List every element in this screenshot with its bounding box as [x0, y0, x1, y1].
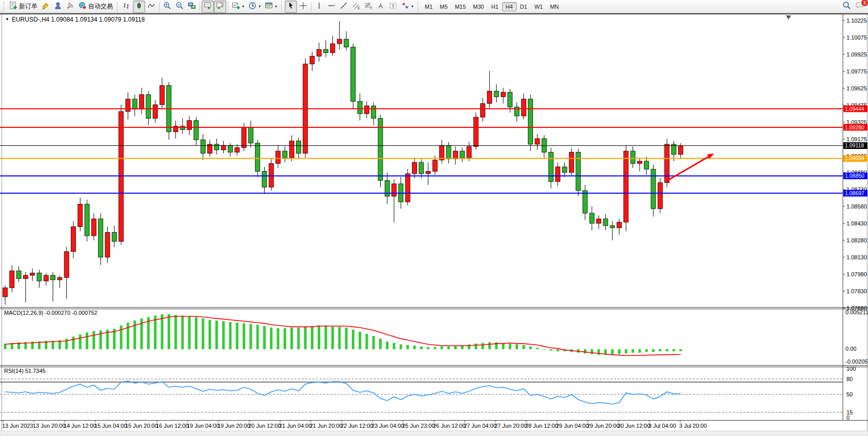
equidistant-channel-button[interactable]: E — [350, 1, 362, 13]
zoom-out-button[interactable] — [173, 1, 186, 13]
svg-text:A: A — [379, 2, 383, 9]
macd-histogram-bar — [168, 314, 170, 349]
time-tick-label: 25 Jun 23:00 — [402, 423, 435, 429]
zoom-in-button[interactable] — [161, 1, 173, 13]
time-tick-label: 21 Jun 04:00 — [279, 423, 312, 429]
search-button[interactable] — [840, 1, 853, 13]
chevron-down-icon: ▾ — [411, 4, 413, 9]
community-button[interactable] — [52, 1, 64, 13]
one-click-trading-arrow-icon[interactable]: ▼ — [5, 17, 9, 22]
macd-histogram-bar — [529, 347, 532, 349]
crosshair-icon — [299, 2, 307, 12]
candle-body — [583, 191, 587, 213]
text-label-button[interactable]: T — [387, 1, 399, 13]
price-tick-label: 1.09625 — [846, 85, 867, 91]
candle-body — [501, 92, 505, 97]
period-m15-button[interactable]: M15 — [451, 2, 469, 11]
toolbar-grip — [418, 2, 419, 12]
text-button[interactable]: A — [374, 1, 387, 13]
candle-body — [392, 184, 397, 196]
time-tick-label: 21 Jun 20:00 — [310, 423, 343, 429]
line-chart-button[interactable] — [145, 1, 157, 13]
bar-chart-button[interactable] — [121, 1, 133, 13]
candle-body — [412, 162, 417, 174]
macd-histogram-bar — [447, 347, 450, 349]
rsi-scale-label: 50 — [846, 391, 853, 397]
macd-histogram-bar — [406, 345, 409, 349]
price-tick-label: 1.08280 — [846, 237, 867, 243]
price-badge-label: 1.09444 — [845, 106, 864, 112]
macd-histogram-bar — [331, 326, 334, 349]
period-h1-button[interactable]: H1 — [487, 2, 502, 11]
time-tick-label: 13 Jun 2023 — [2, 423, 33, 429]
time-tick-label: 15 Jun 04:00 — [94, 423, 127, 429]
macd-histogram-bar — [72, 336, 75, 349]
notifications-button[interactable]: 1 — [853, 1, 866, 13]
macd-histogram-bar — [311, 326, 313, 349]
indicators-button[interactable]: ▾ — [230, 1, 246, 13]
candle-body — [105, 233, 110, 257]
period-d1-button[interactable]: D1 — [517, 2, 531, 11]
period-h4-button[interactable]: H4 — [502, 2, 517, 11]
macd-histogram-bar — [413, 346, 416, 349]
macd-scale-label: 0.00 — [845, 346, 856, 352]
candle-body — [85, 204, 89, 236]
macd-histogram-bar — [638, 349, 641, 353]
chart-shift-button[interactable] — [214, 1, 226, 13]
candlestick-chart-button[interactable] — [133, 1, 145, 13]
price-tick-label: 1.07980 — [846, 271, 867, 277]
candle-body — [310, 56, 314, 64]
templates-button[interactable]: ▾ — [263, 1, 279, 13]
horizontal-line-button[interactable] — [325, 1, 338, 13]
candle-body — [535, 139, 540, 144]
trend-arrow-object[interactable] — [667, 156, 709, 181]
fibonacci-button[interactable]: F — [362, 1, 374, 13]
macd-histogram-bar — [325, 326, 327, 349]
macd-histogram-bar — [270, 328, 272, 349]
macd-histogram-bar — [598, 349, 600, 355]
auto-scroll-button[interactable] — [202, 1, 214, 13]
chart-canvas[interactable]: 1.102251.100751.099251.097751.096251.094… — [0, 0, 868, 436]
macd-histogram-bar — [359, 332, 361, 349]
candle-body — [37, 273, 42, 281]
macd-histogram-bar — [522, 345, 525, 349]
cursor-button[interactable] — [285, 1, 297, 13]
macd-histogram-bar — [304, 327, 307, 349]
macd-histogram-bar — [297, 328, 300, 349]
period-w1-button[interactable]: W1 — [531, 2, 547, 11]
candle-body — [269, 163, 273, 187]
period-m5-button[interactable]: M5 — [436, 2, 451, 11]
new-order-button[interactable]: 新订单 — [7, 1, 40, 13]
news-button[interactable] — [40, 1, 52, 13]
period-m30-button[interactable]: M30 — [469, 2, 487, 11]
horn-icon — [42, 2, 50, 12]
candle-body — [419, 162, 424, 174]
candle-body — [371, 106, 376, 118]
macd-histogram-bar — [195, 317, 198, 349]
macd-histogram-bar — [379, 339, 382, 349]
time-tick-label: 15 Jun 20:00 — [125, 423, 158, 429]
trendline-button[interactable] — [338, 1, 350, 13]
candle-body — [119, 111, 124, 241]
vertical-line-button[interactable] — [313, 1, 325, 13]
period-mn-button[interactable]: MN — [546, 2, 562, 11]
trendline-icon — [340, 2, 348, 12]
macd-histogram-bar — [516, 344, 518, 349]
price-badge-label: 1.08697 — [845, 190, 864, 196]
tile-windows-button[interactable] — [186, 1, 198, 13]
candle-body — [508, 92, 512, 107]
period-m1-button[interactable]: M1 — [421, 2, 436, 11]
candle-body — [201, 140, 205, 153]
signals-button[interactable] — [64, 1, 76, 13]
crosshair-button[interactable] — [297, 1, 309, 13]
chart-shift-icon — [216, 2, 224, 12]
periods-button[interactable]: ▾ — [246, 1, 263, 13]
candle-body — [57, 278, 62, 280]
candle-body — [562, 167, 567, 173]
macd-histogram-bar — [590, 349, 593, 354]
autotrading-button[interactable]: 自动交易 — [76, 1, 115, 13]
arrows-objects-button[interactable]: ▾ — [399, 1, 416, 13]
candle-body — [71, 227, 76, 252]
time-tick-label: 26 Jun 12:00 — [433, 423, 466, 429]
fibonacci-icon: F — [364, 2, 372, 12]
